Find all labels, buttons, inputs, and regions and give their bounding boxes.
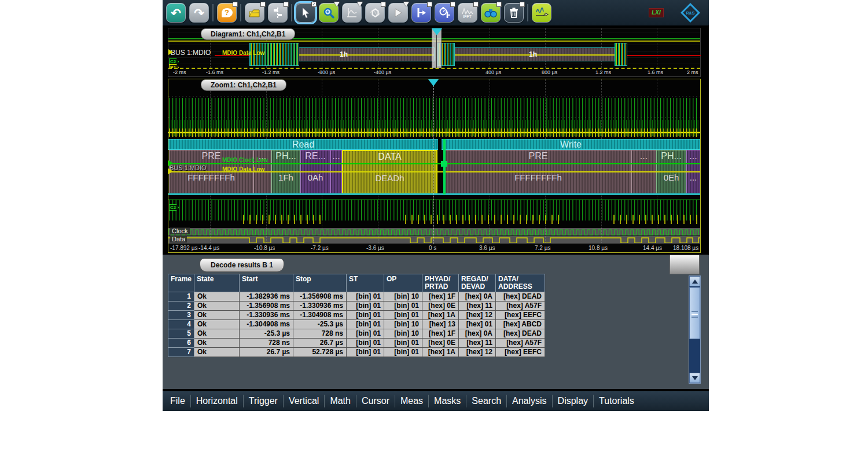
undo-button[interactable]: ↶ bbox=[166, 3, 186, 23]
menu-item-file[interactable]: File bbox=[165, 396, 190, 406]
table-row[interactable]: 3Ok-1.330936 ms-1.304908 ms[bin] 01[bin]… bbox=[168, 311, 545, 320]
table-cell[interactable]: Ok bbox=[194, 339, 240, 348]
table-cell[interactable]: [hex] DEAD bbox=[496, 292, 545, 302]
frame-number-cell[interactable]: 2 bbox=[168, 302, 194, 311]
vertical-caliper-button[interactable] bbox=[411, 3, 431, 23]
table-cell[interactable]: Ok bbox=[194, 329, 240, 339]
table-cell[interactable]: [hex] 1F bbox=[422, 329, 459, 339]
table-cell[interactable]: [hex] DEAD bbox=[496, 329, 545, 339]
redo-button[interactable]: ↷ bbox=[189, 3, 209, 23]
table-cell[interactable]: 728 ns bbox=[293, 329, 347, 339]
scroll-up-button[interactable] bbox=[689, 276, 700, 286]
table-row[interactable]: 5Ok-25.3 µs728 ns[bin] 01[bin] 10[hex] 1… bbox=[168, 329, 545, 339]
table-cell[interactable]: [bin] 01 bbox=[384, 311, 422, 320]
open-file-button[interactable] bbox=[245, 3, 264, 23]
zoom-button[interactable] bbox=[319, 3, 339, 23]
table-cell[interactable]: -1.356908 ms bbox=[240, 302, 293, 311]
table-cell[interactable]: [hex] EEFC bbox=[496, 311, 545, 320]
help-button[interactable]: ? bbox=[217, 3, 237, 23]
table-cell[interactable]: Ok bbox=[194, 320, 240, 329]
menu-item-analysis[interactable]: Analysis bbox=[507, 396, 552, 406]
table-cell[interactable]: [hex] A57F bbox=[496, 339, 545, 348]
table-cell[interactable]: [bin] 10 bbox=[384, 329, 422, 339]
frame-number-cell[interactable]: 1 bbox=[168, 292, 194, 302]
frame-number-cell[interactable]: 4 bbox=[168, 320, 194, 329]
table-cell[interactable]: [bin] 01 bbox=[347, 348, 384, 357]
scrollbar-thumb[interactable] bbox=[689, 287, 700, 339]
table-cell[interactable]: Ok bbox=[194, 302, 240, 311]
table-cell[interactable]: [bin] 01 bbox=[347, 329, 384, 339]
mask-test-button[interactable] bbox=[365, 3, 385, 23]
menu-item-meas[interactable]: Meas bbox=[395, 396, 428, 406]
column-header[interactable]: DATA/ ADDRESS bbox=[496, 274, 545, 292]
table-cell[interactable]: [bin] 01 bbox=[347, 302, 384, 311]
frame-number-cell[interactable]: 5 bbox=[168, 329, 194, 339]
table-cell[interactable]: 26.7 µs bbox=[293, 339, 347, 348]
column-header[interactable]: PHYAD/ PRTAD bbox=[422, 274, 459, 292]
player-button[interactable] bbox=[388, 3, 408, 23]
search-button[interactable] bbox=[481, 3, 501, 23]
table-cell[interactable]: [hex] 12 bbox=[459, 311, 496, 320]
frame-write-band[interactable]: Write bbox=[442, 139, 700, 150]
diagram1-panel[interactable]: Diagram1: Ch1,Ch2,B1 BUS 1:MDIO MDIO Dat… bbox=[168, 28, 701, 77]
table-cell[interactable]: -25.3 µs bbox=[240, 329, 293, 339]
menu-item-trigger[interactable]: Trigger bbox=[244, 396, 283, 406]
frame-number-cell[interactable]: 7 bbox=[168, 348, 194, 357]
menu-item-display[interactable]: Display bbox=[553, 396, 593, 406]
table-cell[interactable]: [bin] 01 bbox=[347, 339, 384, 348]
table-cell[interactable]: [hex] 13 bbox=[422, 320, 459, 329]
column-header[interactable]: OP bbox=[384, 274, 422, 292]
table-cell[interactable]: [hex] 1A bbox=[422, 348, 459, 357]
table-cell[interactable]: [bin] 01 bbox=[384, 339, 422, 348]
table-cell[interactable]: [bin] 01 bbox=[384, 302, 422, 311]
channel2-marker[interactable]: C2 bbox=[169, 58, 179, 65]
table-cell[interactable]: Ok bbox=[194, 348, 240, 357]
column-header[interactable]: Start bbox=[240, 274, 293, 292]
table-row[interactable]: 6Ok728 ns26.7 µs[bin] 01[bin] 01[hex] 0E… bbox=[168, 339, 545, 348]
table-cell[interactable]: [hex] 1F bbox=[422, 292, 459, 302]
table-cell[interactable]: [hex] 1A bbox=[422, 311, 459, 320]
reference-cursor-line[interactable] bbox=[433, 79, 433, 244]
table-cell[interactable]: 26.7 µs bbox=[240, 348, 293, 357]
frame-number-cell[interactable]: 6 bbox=[168, 339, 194, 348]
table-cell[interactable]: [bin] 01 bbox=[347, 292, 384, 302]
annotation-button[interactable] bbox=[532, 3, 551, 23]
table-row[interactable]: 1Ok-1.382936 ms-1.356908 ms[bin] 01[bin]… bbox=[168, 292, 545, 302]
table-cell[interactable]: [hex] ABCD bbox=[496, 320, 545, 329]
table-row[interactable]: 7Ok26.7 µs52.728 µs[bin] 01[bin] 01[hex]… bbox=[168, 348, 545, 357]
menu-item-search[interactable]: Search bbox=[466, 396, 506, 406]
zoom-position-icon[interactable] bbox=[432, 28, 442, 35]
table-cell[interactable]: [bin] 01 bbox=[347, 320, 384, 329]
menu-item-tutorials[interactable]: Tutorials bbox=[594, 396, 639, 406]
table-row[interactable]: 2Ok-1.356908 ms-1.330936 ms[bin] 01[bin]… bbox=[168, 302, 545, 311]
table-cell[interactable]: -1.304908 ms bbox=[293, 311, 347, 320]
table-cell[interactable]: [hex] 0E bbox=[422, 339, 459, 348]
table-cell[interactable]: [bin] 01 bbox=[347, 311, 384, 320]
menu-item-math[interactable]: Math bbox=[325, 396, 356, 406]
table-cell[interactable]: -1.330936 ms bbox=[293, 302, 347, 311]
table-cell[interactable]: 52.728 µs bbox=[293, 348, 347, 357]
table-cell[interactable]: [hex] 0E bbox=[422, 302, 459, 311]
delete-button[interactable] bbox=[504, 3, 524, 23]
trigger-position-icon[interactable] bbox=[428, 79, 439, 86]
measurement-button[interactable] bbox=[342, 3, 362, 23]
table-cell[interactable]: -25.3 µs bbox=[293, 320, 347, 329]
table-cell[interactable]: -1.356908 ms bbox=[293, 292, 347, 302]
signal-levels-button[interactable] bbox=[268, 3, 288, 23]
table-cell[interactable]: Ok bbox=[194, 311, 240, 320]
menu-item-horizontal[interactable]: Horizontal bbox=[191, 396, 243, 406]
column-header[interactable]: REGAD/ DEVAD bbox=[459, 274, 496, 292]
table-cell[interactable]: -1.304908 ms bbox=[240, 320, 293, 329]
table-row[interactable]: 4Ok-1.304908 ms-25.3 µs[bin] 01[bin] 10[… bbox=[168, 320, 545, 329]
table-cell[interactable]: [hex] EEFC bbox=[496, 348, 545, 357]
menu-item-cursor[interactable]: Cursor bbox=[356, 396, 395, 406]
decode-table[interactable]: FrameStateStartStopSTOPPHYAD/ PRTADREGAD… bbox=[168, 274, 545, 357]
table-cell[interactable]: [bin] 10 bbox=[384, 320, 422, 329]
menu-item-masks[interactable]: Masks bbox=[429, 396, 466, 406]
select-cursor-button[interactable]: ✓ bbox=[296, 3, 315, 23]
table-cell[interactable]: [hex] 0A bbox=[459, 329, 496, 339]
menu-item-vertical[interactable]: Vertical bbox=[284, 396, 324, 406]
scroll-down-button[interactable] bbox=[689, 373, 700, 383]
table-cell[interactable]: [hex] 01 bbox=[459, 320, 496, 329]
table-cell[interactable]: [bin] 10 bbox=[384, 292, 422, 302]
